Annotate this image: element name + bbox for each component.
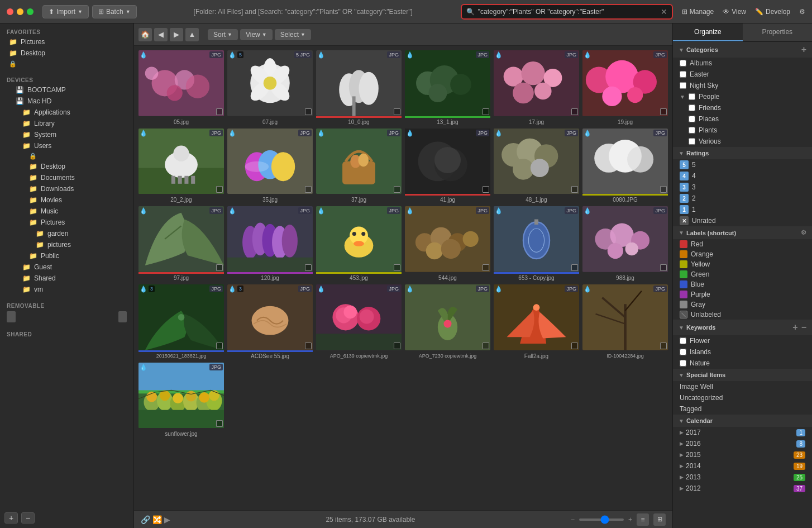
sidebar-item-movies[interactable]: 📁 Movies	[0, 194, 133, 206]
calendar-2013[interactable]: ▶ 2013 25	[673, 472, 812, 483]
category-easter[interactable]: Easter	[673, 69, 812, 80]
calendar-2015[interactable]: ▶ 2015 23	[673, 449, 812, 460]
minimize-button[interactable]	[17, 8, 23, 15]
rating-5[interactable]: 5 5	[673, 159, 812, 170]
list-item[interactable]: 💧 JPG 37.jpg	[316, 129, 402, 203]
sidebar-item-music[interactable]: 📁 Music	[0, 206, 133, 217]
calendar-2014[interactable]: ▶ 2014 19	[673, 460, 812, 472]
keyword-flower[interactable]: Flower	[673, 335, 812, 346]
grid-view-button[interactable]: ⊞	[653, 513, 666, 526]
sidebar-item-desktop[interactable]: 📁 Desktop	[0, 47, 133, 59]
list-item[interactable]: 💧 5 5 JPG 07.jpg	[227, 50, 313, 125]
sidebar-item-applications[interactable]: 📁 Applications	[0, 107, 133, 118]
list-item[interactable]: 💧 JPG ID-10042284.jpg	[582, 284, 668, 359]
label-yellow[interactable]: Yellow	[673, 259, 812, 269]
home-button[interactable]: 🏠	[138, 28, 152, 41]
category-albums[interactable]: Albums	[673, 58, 812, 69]
category-night-sky[interactable]: Night Sky	[673, 80, 812, 91]
calendar-2012[interactable]: ▶ 2012 37	[673, 483, 812, 494]
list-item[interactable]: 💧 JPG 453.jpg	[316, 206, 402, 281]
list-item[interactable]: 💧 JPG 988.jpg	[582, 206, 668, 281]
search-bar[interactable]: 🔍 ✕	[461, 4, 673, 20]
maximize-button[interactable]	[27, 8, 34, 15]
sidebar-item-downloads[interactable]: 📁 Downloads	[0, 183, 133, 194]
sidebar-item-library[interactable]: 📁 Library	[0, 118, 133, 129]
list-item[interactable]: 💧 JPG 120.jpg	[227, 206, 313, 281]
label-red[interactable]: Red	[673, 239, 812, 249]
category-places[interactable]: Places	[673, 113, 812, 125]
settings-button[interactable]: ⚙	[799, 8, 805, 16]
remove-keyword-button[interactable]: −	[801, 322, 806, 332]
tab-organize[interactable]: Organize	[673, 23, 743, 41]
sidebar-item-vm[interactable]: 📁 vm	[0, 284, 133, 295]
list-item[interactable]: 💧 JPG 41.jpg	[405, 129, 490, 203]
list-item[interactable]: 💧 JPG Fall2a.jpg	[494, 284, 579, 359]
list-item[interactable]: 💧 JPG 653 - Copy.jpg	[494, 206, 579, 281]
list-item[interactable]: 💧 JPG 19.jpg	[582, 50, 668, 125]
sort-button[interactable]: Sort ▼	[208, 29, 238, 40]
list-item[interactable]: 💧 JPG 17.jpg	[494, 50, 579, 125]
view-mode-button[interactable]: View ▼	[240, 29, 273, 40]
list-item[interactable]: 💧 3 JPG 20150621_183821.jpg	[138, 284, 224, 359]
list-item[interactable]: 💧 JPG 05.jpg	[138, 50, 224, 125]
sidebar-item-system[interactable]: 📁 System	[0, 129, 133, 140]
calendar-2017[interactable]: ▶ 2017 1	[673, 427, 812, 438]
rating-2[interactable]: 2 2	[673, 193, 812, 204]
list-item[interactable]: 💧 JPG 35.jpg	[227, 129, 313, 203]
special-tagged[interactable]: Tagged	[673, 403, 812, 415]
rating-3[interactable]: 3 3	[673, 182, 812, 193]
view-button[interactable]: 👁 View	[723, 8, 746, 16]
sidebar-item-users[interactable]: 📁 Users	[0, 140, 133, 151]
keyword-nature[interactable]: Nature	[673, 358, 812, 369]
tab-properties[interactable]: Properties	[743, 23, 813, 41]
list-item[interactable]: 💧 JPG sunflower.jpg	[138, 363, 224, 437]
calendar-2016[interactable]: ▶ 2016 8	[673, 438, 812, 449]
sidebar-item-machd[interactable]: 💾 Mac HD	[0, 96, 133, 107]
import-button[interactable]: ⬆ Import ▼	[42, 5, 89, 18]
label-green[interactable]: Green	[673, 269, 812, 279]
special-image-well[interactable]: Image Well	[673, 381, 812, 392]
rating-1[interactable]: 1 1	[673, 204, 812, 215]
add-category-button[interactable]: +	[801, 45, 806, 55]
slideshow-button[interactable]: 🔗	[141, 515, 150, 524]
list-item[interactable]: 💧 JPG APO_6139 copiewtmk.jpg	[316, 284, 402, 359]
list-item[interactable]: 💧 JPG 13_1.jpg	[405, 50, 490, 125]
category-people[interactable]: ▼ People	[673, 91, 812, 102]
sidebar-item-documents[interactable]: 📁 Documents	[0, 172, 133, 183]
sidebar-item-bootcamp[interactable]: 💾 BOOTCAMP	[0, 84, 133, 96]
list-item[interactable]: 💧 3 JPG ACDSee 55.jpg	[227, 284, 313, 359]
up-button[interactable]: ▲	[185, 28, 199, 41]
add-keyword-button[interactable]: +	[792, 322, 797, 332]
sidebar-item-pictures-sub[interactable]: 📁 pictures	[0, 239, 133, 250]
rating-4[interactable]: 4 4	[673, 170, 812, 182]
special-uncategorized[interactable]: Uncategorized	[673, 392, 812, 403]
label-purple[interactable]: Purple	[673, 289, 812, 299]
list-item[interactable]: 💧 JPG 48_1.jpg	[494, 129, 579, 203]
play-button[interactable]: ▶	[164, 515, 170, 524]
sidebar-item-public[interactable]: 📁 Public	[0, 250, 133, 261]
sidebar-item-garden[interactable]: 📁 garden	[0, 228, 133, 239]
keyword-islands[interactable]: Islands	[673, 346, 812, 358]
label-unlabeled[interactable]: Unlabeled	[673, 310, 812, 320]
forward-button[interactable]: ▶	[170, 28, 183, 41]
category-friends[interactable]: Friends	[673, 102, 812, 113]
close-button[interactable]	[7, 8, 13, 15]
sidebar-item-pictures[interactable]: 📁 Pictures	[0, 36, 133, 47]
category-plants[interactable]: Plants	[673, 125, 812, 136]
back-button[interactable]: ◀	[154, 28, 168, 41]
sidebar-item-guest[interactable]: 📁 Guest	[0, 261, 133, 273]
label-blue[interactable]: Blue	[673, 279, 812, 289]
label-orange[interactable]: Orange	[673, 249, 812, 259]
zoom-slider[interactable]	[579, 519, 624, 521]
labels-gear-icon[interactable]: ⚙	[801, 229, 806, 236]
remove-sidebar-item-button[interactable]: −	[21, 512, 35, 524]
sidebar-item-pictures-user[interactable]: 📁 Pictures	[0, 217, 133, 228]
manage-button[interactable]: ⊞ Manage	[682, 8, 714, 16]
list-item[interactable]: 💧 JPG 0080.JPG	[582, 129, 668, 203]
develop-button[interactable]: ✏️ Develop	[755, 8, 790, 16]
list-item[interactable]: 💧 JPG 97.jpg	[138, 206, 224, 281]
list-item[interactable]: 💧 JPG 10_0.jpg	[316, 50, 402, 125]
list-item[interactable]: 💧 JPG APO_7230 copiewtmk.jpg	[405, 284, 490, 359]
select-button[interactable]: Select ▼	[275, 29, 311, 40]
list-view-button[interactable]: ≡	[637, 513, 649, 526]
